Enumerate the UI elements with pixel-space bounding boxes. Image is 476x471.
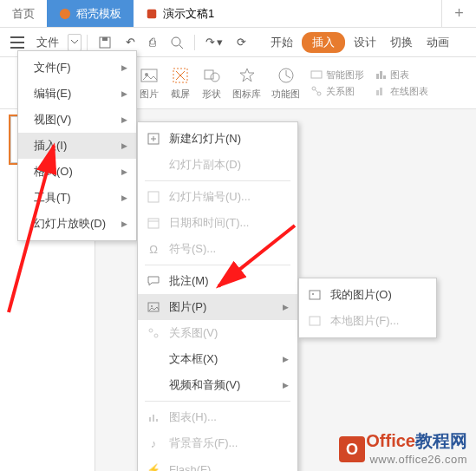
- iconlib-icon: [237, 65, 258, 86]
- svg-rect-20: [380, 88, 382, 95]
- submenu-media[interactable]: 视频和音频(V)▶: [138, 372, 297, 398]
- ribbon-shape[interactable]: 形状: [201, 65, 222, 101]
- svg-rect-25: [148, 219, 159, 228]
- menu-edit[interactable]: 编辑(E)▶: [18, 81, 136, 107]
- chart-icon: [375, 69, 387, 81]
- submenu-picture[interactable]: 图片(P)▶: [138, 294, 297, 320]
- watermark: Office教程网 www.office26.com: [366, 429, 467, 466]
- submenu-my-pictures[interactable]: 我的图片(O): [299, 282, 436, 308]
- ribbon-transition[interactable]: 切换: [385, 31, 418, 54]
- svg-rect-31: [149, 417, 151, 422]
- screenshot-icon: [170, 65, 191, 86]
- svg-point-10: [211, 73, 219, 82]
- picture-icon: [139, 65, 160, 86]
- presentation-icon: [146, 8, 158, 20]
- svg-rect-16: [376, 74, 379, 79]
- preview-button[interactable]: [165, 32, 189, 53]
- svg-rect-19: [376, 90, 379, 95]
- submenu-bgmusic: ♪背景音乐(F)...: [138, 430, 297, 456]
- svg-rect-35: [310, 291, 320, 299]
- menu-slideshow[interactable]: 幻灯片放映(D)▶: [18, 211, 136, 237]
- redo-button[interactable]: ↷▾: [200, 32, 228, 52]
- ribbon-smartart[interactable]: 智能图形: [310, 69, 364, 82]
- svg-point-0: [60, 8, 70, 18]
- file-dropdown-button[interactable]: [68, 34, 82, 51]
- redo-icon: ↷: [205, 36, 215, 49]
- svg-line-5: [179, 45, 183, 49]
- submenu-chart: 图表(H)...: [138, 404, 297, 430]
- ribbon-iconlib[interactable]: 图标库: [232, 65, 261, 101]
- menu-insert[interactable]: 插入(I)▶: [18, 133, 136, 159]
- template-icon: [59, 8, 71, 20]
- svg-line-15: [315, 89, 318, 93]
- hamburger-icon: [10, 36, 24, 49]
- submenu-textbox[interactable]: 文本框(X)▶: [138, 346, 297, 372]
- new-tab-button[interactable]: +: [441, 0, 476, 27]
- smartart-icon: [310, 69, 323, 81]
- number-icon: [147, 190, 160, 204]
- ribbon-insert[interactable]: 插入: [302, 32, 345, 53]
- print-button[interactable]: ⎙: [144, 32, 161, 52]
- flash-icon: ⚡: [147, 462, 160, 471]
- save-icon: [98, 36, 112, 49]
- ribbon-screenshot[interactable]: 截屏: [170, 65, 191, 101]
- ribbon-onlinechart[interactable]: 在线图表: [375, 85, 428, 98]
- shape-icon: [201, 65, 222, 86]
- print-icon: ⎙: [149, 36, 156, 49]
- file-menu-button[interactable]: 文件: [33, 35, 62, 50]
- svg-rect-1: [147, 9, 157, 18]
- submenu-relation: 关系图(V): [138, 320, 297, 346]
- submenu-symbol: Ω符号(S)...: [138, 236, 297, 262]
- svg-rect-3: [102, 37, 108, 41]
- picture-icon: [308, 288, 322, 302]
- svg-rect-18: [383, 75, 386, 79]
- preview-icon: [170, 36, 184, 49]
- ribbon-start[interactable]: 开始: [265, 31, 298, 54]
- symbol-icon: Ω: [147, 242, 160, 256]
- ribbon-relation[interactable]: 关系图: [310, 85, 364, 98]
- relation-icon: [147, 326, 160, 340]
- svg-point-29: [149, 329, 153, 332]
- relation-icon: [310, 85, 323, 97]
- submenu-dup-slide: 幻灯片副本(D): [138, 152, 297, 178]
- ribbon-chart[interactable]: 图表: [375, 69, 428, 82]
- menu-view[interactable]: 视图(V)▶: [18, 107, 136, 133]
- chevron-down-icon: [71, 40, 78, 44]
- funcimg-icon: [276, 65, 297, 86]
- tab-home[interactable]: 首页: [0, 0, 47, 27]
- svg-point-4: [172, 37, 180, 46]
- svg-rect-33: [156, 419, 158, 422]
- menu-file[interactable]: 文件(F)▶: [18, 55, 136, 81]
- tab-document[interactable]: 演示文稿1: [134, 0, 226, 27]
- picture-icon: [147, 300, 160, 314]
- ribbon-picture[interactable]: 图片: [139, 65, 160, 101]
- submenu-datetime: 日期和时间(T)...: [138, 210, 297, 236]
- new-slide-icon: [147, 132, 160, 146]
- chart-icon: [147, 410, 160, 424]
- menu-tools[interactable]: 工具(T)▶: [18, 185, 136, 211]
- menu-format[interactable]: 格式(O)▶: [18, 159, 136, 185]
- repeat-button[interactable]: ⟳: [231, 32, 251, 52]
- undo-icon: ↶: [126, 36, 135, 49]
- submenu-local-picture: 本地图片(F)...: [299, 308, 436, 334]
- ribbon-animation[interactable]: 动画: [421, 31, 454, 54]
- picture-icon: [308, 314, 322, 328]
- picture-submenu: 我的图片(O) 本地图片(F)...: [298, 278, 437, 338]
- svg-point-28: [151, 305, 153, 307]
- svg-point-30: [154, 334, 158, 337]
- undo-button[interactable]: ↶: [121, 32, 140, 52]
- save-button[interactable]: [93, 32, 117, 53]
- tab-template[interactable]: 稻壳模板: [47, 0, 134, 27]
- calendar-icon: [147, 216, 160, 230]
- svg-rect-32: [153, 415, 154, 422]
- menu-button[interactable]: [5, 33, 29, 52]
- submenu-flash: ⚡Flash(F)...: [138, 456, 297, 471]
- onlinechart-icon: [375, 85, 387, 97]
- comment-icon: [147, 274, 160, 288]
- submenu-comment[interactable]: 批注(M): [138, 268, 297, 294]
- ribbon-funcimg[interactable]: 功能图: [271, 65, 300, 101]
- svg-point-36: [312, 293, 314, 295]
- ribbon-design[interactable]: 设计: [349, 31, 381, 54]
- submenu-slide-number: 幻灯片编号(U)...: [138, 184, 297, 210]
- submenu-new-slide[interactable]: 新建幻灯片(N): [138, 126, 297, 152]
